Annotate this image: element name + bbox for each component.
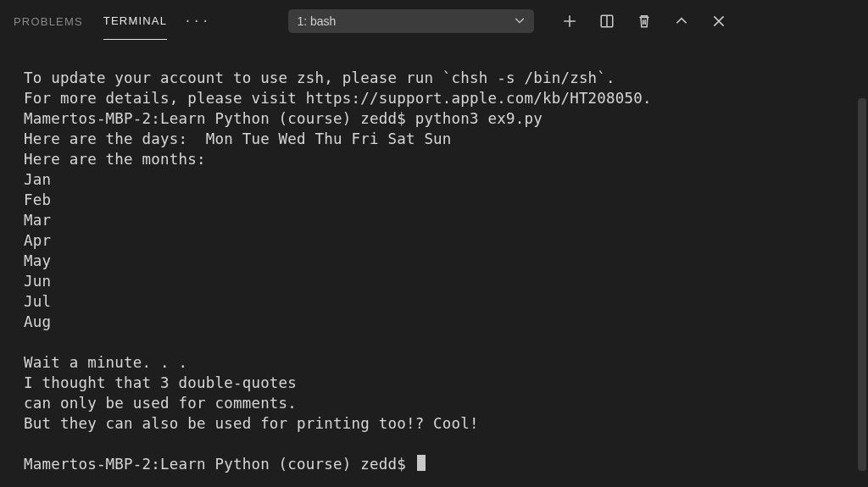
terminal-cursor: [417, 455, 426, 471]
trash-icon[interactable]: [636, 13, 653, 30]
chevron-down-icon: [514, 14, 526, 29]
terminal-actions: [561, 13, 727, 30]
close-icon[interactable]: [710, 13, 727, 30]
tab-terminal[interactable]: TERMINAL: [103, 3, 167, 40]
split-terminal-icon[interactable]: [598, 13, 615, 30]
scrollbar-thumb[interactable]: [858, 98, 866, 471]
panel-header: PROBLEMS TERMINAL ··· 1: bash: [0, 0, 868, 42]
chevron-up-icon[interactable]: [673, 13, 690, 30]
tab-problems[interactable]: PROBLEMS: [14, 3, 83, 40]
terminal-output[interactable]: To update your account to use zsh, pleas…: [0, 42, 868, 474]
more-actions-icon[interactable]: ···: [181, 14, 214, 28]
panel-tabs: PROBLEMS TERMINAL: [14, 3, 167, 40]
shell-selector[interactable]: 1: bash: [288, 9, 534, 33]
shell-selector-label: 1: bash: [297, 14, 336, 28]
new-terminal-icon[interactable]: [561, 13, 578, 30]
